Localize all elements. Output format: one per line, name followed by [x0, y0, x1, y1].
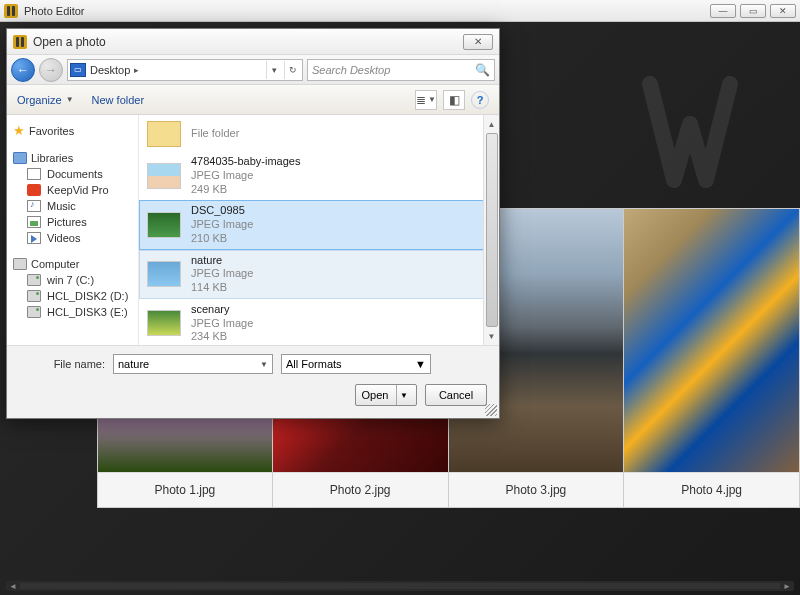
filename-input[interactable]: nature ▼: [113, 354, 273, 374]
desktop-icon: ▭: [70, 63, 86, 77]
nav-label: win 7 (C:): [47, 274, 94, 286]
vertical-scrollbar[interactable]: ▲ ▼: [483, 115, 499, 345]
nav-pictures[interactable]: Pictures: [11, 214, 134, 230]
file-thumbnail: [147, 310, 181, 336]
file-item-folder[interactable]: File folder: [139, 117, 499, 151]
dialog-nav-bar: ← → ▭ Desktop ▸ ▾ ↻ Search Desktop 🔍: [7, 55, 499, 85]
nav-documents[interactable]: Documents: [11, 166, 134, 182]
dialog-toolbar: Organize ▼ New folder ≣▼ ◧ ?: [7, 85, 499, 115]
chevron-down-icon[interactable]: ▼: [260, 360, 268, 369]
nav-videos[interactable]: Videos: [11, 230, 134, 246]
nav-drive-e[interactable]: HCL_DISK3 (E:): [11, 304, 134, 320]
thumbnail-label: Photo 3.jpg: [449, 472, 624, 507]
new-folder-label: New folder: [92, 94, 145, 106]
document-icon: [27, 168, 41, 180]
nav-back-button[interactable]: ←: [11, 58, 35, 82]
breadcrumb-location: Desktop: [90, 64, 130, 76]
chevron-down-icon: ▼: [66, 95, 74, 104]
file-type: JPEG Image: [191, 169, 300, 183]
libraries-icon: [13, 152, 27, 164]
nav-label: Music: [47, 200, 76, 212]
window-controls: — ▭ ✕: [710, 4, 796, 18]
search-icon[interactable]: 🔍: [475, 63, 490, 77]
videos-icon: [27, 232, 41, 244]
thumbnail-label: Photo 2.jpg: [273, 472, 448, 507]
dialog-close-button[interactable]: ✕: [463, 34, 493, 50]
keepvid-icon: [27, 184, 41, 196]
breadcrumb[interactable]: ▭ Desktop ▸ ▾ ↻: [67, 59, 303, 81]
format-value: All Formats: [286, 358, 342, 370]
favorites-label: Favorites: [29, 125, 74, 137]
nav-label: HCL_DISK3 (E:): [47, 306, 128, 318]
drive-icon: [27, 290, 41, 302]
file-item-selected[interactable]: DSC_0985 JPEG Image 210 KB: [139, 200, 499, 249]
scroll-up-icon[interactable]: ▲: [485, 117, 499, 131]
refresh-icon[interactable]: ↻: [284, 61, 300, 79]
scroll-down-icon[interactable]: ▼: [485, 329, 499, 343]
libraries-group[interactable]: Libraries: [11, 150, 134, 166]
format-select[interactable]: All Formats ▼: [281, 354, 431, 374]
dialog-body: ★Favorites Libraries Documents KeepVid P…: [7, 115, 499, 345]
breadcrumb-controls: ▾ ↻: [266, 61, 300, 79]
search-placeholder: Search Desktop: [312, 64, 390, 76]
favorites-group[interactable]: ★Favorites: [11, 121, 134, 140]
file-item[interactable]: scenary JPEG Image 234 KB: [139, 299, 499, 345]
file-name: DSC_0985: [191, 204, 253, 218]
nav-label: Videos: [47, 232, 80, 244]
file-type: JPEG Image: [191, 267, 253, 281]
navigation-pane: ★Favorites Libraries Documents KeepVid P…: [7, 115, 139, 345]
minimize-button[interactable]: —: [710, 4, 736, 18]
file-name: 4784035-baby-images: [191, 155, 300, 169]
view-mode-button[interactable]: ≣▼: [415, 90, 437, 110]
cancel-button[interactable]: Cancel: [425, 384, 487, 406]
pictures-icon: [27, 216, 41, 228]
scroll-right-icon[interactable]: ►: [780, 581, 794, 591]
music-icon: [27, 200, 41, 212]
thumbnail-label: Photo 4.jpg: [624, 472, 799, 507]
horizontal-scrollbar[interactable]: ◄ ►: [6, 581, 794, 591]
nav-drive-c[interactable]: win 7 (C:): [11, 272, 134, 288]
organize-menu[interactable]: Organize ▼: [17, 94, 74, 106]
nav-drive-d[interactable]: HCL_DISK2 (D:): [11, 288, 134, 304]
scroll-track[interactable]: [20, 583, 780, 589]
maximize-button[interactable]: ▭: [740, 4, 766, 18]
nav-label: KeepVid Pro: [47, 184, 109, 196]
file-item[interactable]: 4784035-baby-images JPEG Image 249 KB: [139, 151, 499, 200]
chevron-down-icon[interactable]: ▼: [415, 358, 426, 370]
file-thumbnail: [147, 212, 181, 238]
app-icon: [4, 4, 18, 18]
nav-label: HCL_DISK2 (D:): [47, 290, 128, 302]
file-size: 210 KB: [191, 232, 253, 246]
scroll-thumb[interactable]: [486, 133, 498, 327]
thumbnail-item[interactable]: Photo 4.jpg: [624, 208, 800, 508]
new-folder-button[interactable]: New folder: [92, 94, 145, 106]
nav-label: Documents: [47, 168, 103, 180]
cancel-label: Cancel: [439, 389, 473, 401]
help-icon[interactable]: ?: [471, 91, 489, 109]
file-type: JPEG Image: [191, 317, 253, 331]
chevron-right-icon[interactable]: ▸: [134, 65, 139, 75]
thumbnail-label: Photo 1.jpg: [98, 472, 272, 507]
nav-keepvid[interactable]: KeepVid Pro: [11, 182, 134, 198]
resize-grip-icon[interactable]: [485, 404, 497, 416]
file-type: File folder: [191, 127, 239, 141]
open-label: Open: [362, 389, 389, 401]
search-input[interactable]: Search Desktop 🔍: [307, 59, 495, 81]
file-item[interactable]: nature JPEG Image 114 KB: [139, 250, 499, 299]
libraries-label: Libraries: [31, 152, 73, 164]
file-name: nature: [191, 254, 253, 268]
file-thumbnail: [147, 261, 181, 287]
file-size: 249 KB: [191, 183, 300, 197]
filename-label: File name:: [19, 358, 105, 370]
filename-value: nature: [118, 358, 149, 370]
open-dropdown-icon[interactable]: ▼: [396, 385, 410, 405]
preview-pane-button[interactable]: ◧: [443, 90, 465, 110]
close-button[interactable]: ✕: [770, 4, 796, 18]
scroll-left-icon[interactable]: ◄: [6, 581, 20, 591]
open-button[interactable]: Open ▼: [355, 384, 417, 406]
breadcrumb-dropdown-icon[interactable]: ▾: [266, 61, 282, 79]
computer-group[interactable]: Computer: [11, 256, 134, 272]
drive-icon: [27, 274, 41, 286]
nav-music[interactable]: Music: [11, 198, 134, 214]
nav-forward-button[interactable]: →: [39, 58, 63, 82]
